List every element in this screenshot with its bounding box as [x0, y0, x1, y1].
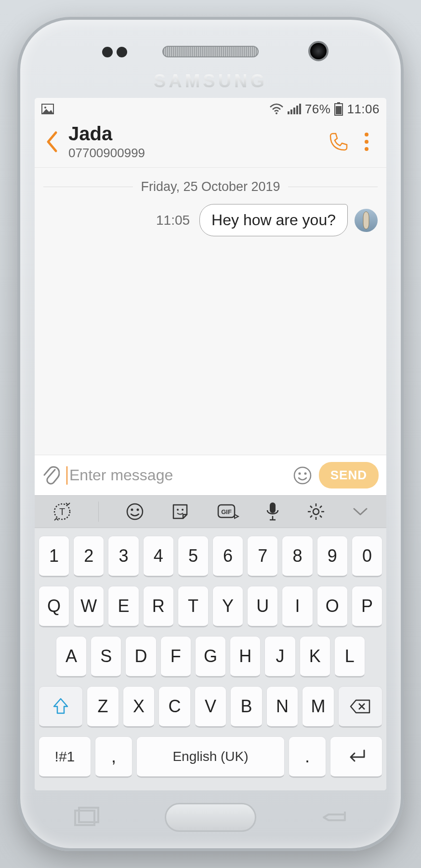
svg-point-11 — [365, 133, 368, 136]
attach-icon[interactable] — [42, 465, 60, 486]
key-h[interactable]: H — [230, 636, 261, 678]
svg-text:T: T — [59, 506, 65, 517]
key-e[interactable]: E — [108, 586, 139, 627]
svg-point-21 — [136, 509, 139, 511]
svg-text:GIF: GIF — [221, 508, 232, 515]
key-f[interactable]: F — [160, 636, 191, 678]
collapse-keyboard-icon[interactable] — [352, 507, 368, 516]
svg-point-19 — [127, 504, 143, 519]
key-space[interactable]: English (UK) — [136, 736, 284, 778]
hw-back-icon[interactable] — [321, 808, 348, 827]
phone-bezel: SAMSUNG 76% 11:06 — [17, 17, 404, 851]
svg-point-16 — [304, 472, 306, 475]
key-4[interactable]: 4 — [143, 536, 174, 577]
svg-point-13 — [365, 147, 368, 151]
svg-rect-5 — [293, 108, 295, 114]
front-camera — [308, 41, 329, 61]
emoji-icon[interactable] — [293, 466, 312, 485]
key-shift[interactable] — [39, 686, 83, 728]
key-8[interactable]: 8 — [282, 536, 313, 577]
keyboard: 1234567890 QWERTYUIOP ASDFGHJKL ZXCVBNM … — [35, 528, 386, 790]
key-comma[interactable]: , — [95, 736, 132, 778]
key-i[interactable]: I — [282, 586, 313, 627]
key-3[interactable]: 3 — [108, 536, 139, 577]
svg-point-14 — [294, 467, 311, 484]
key-j[interactable]: J — [264, 636, 295, 678]
key-1[interactable]: 1 — [39, 536, 69, 577]
key-z[interactable]: Z — [87, 686, 118, 728]
svg-rect-9 — [336, 106, 342, 114]
sticker-tool-icon[interactable] — [171, 502, 190, 521]
key-9[interactable]: 9 — [317, 536, 348, 577]
key-g[interactable]: G — [195, 636, 226, 678]
key-symbols[interactable]: !#1 — [39, 736, 91, 778]
speaker-grille — [162, 46, 259, 57]
message-bubble[interactable]: Hey how are you? — [199, 204, 348, 236]
svg-line-35 — [320, 515, 322, 517]
key-p[interactable]: P — [352, 586, 382, 627]
picture-icon — [41, 104, 54, 114]
signal-icon — [288, 104, 301, 114]
key-s[interactable]: S — [91, 636, 121, 678]
key-7[interactable]: 7 — [247, 536, 278, 577]
key-y[interactable]: Y — [212, 586, 243, 627]
svg-rect-7 — [299, 104, 301, 114]
key-m[interactable]: M — [302, 686, 334, 728]
gif-tool-icon[interactable]: GIF — [216, 502, 239, 521]
hw-home-button[interactable] — [165, 803, 256, 832]
key-d[interactable]: D — [125, 636, 156, 678]
svg-rect-4 — [290, 109, 292, 114]
key-l[interactable]: L — [334, 636, 365, 678]
message-row[interactable]: 11:05 Hey how are you? — [43, 204, 378, 236]
chat-header: Jada 07700900999 — [35, 120, 386, 168]
key-a[interactable]: A — [56, 636, 87, 678]
avatar[interactable] — [355, 209, 378, 232]
more-icon[interactable] — [356, 132, 377, 152]
key-v[interactable]: V — [195, 686, 226, 728]
contact-block[interactable]: Jada 07700900999 — [66, 123, 321, 161]
keyboard-toolbar: T GIF — [35, 495, 386, 528]
date-label: Friday, 25 October 2019 — [141, 179, 280, 194]
key-u[interactable]: U — [247, 586, 278, 627]
key-q[interactable]: Q — [39, 586, 69, 627]
call-icon[interactable] — [321, 132, 356, 152]
key-x[interactable]: X — [123, 686, 155, 728]
back-icon[interactable] — [38, 131, 66, 153]
svg-line-34 — [310, 506, 312, 508]
key-c[interactable]: C — [158, 686, 190, 728]
key-o[interactable]: O — [317, 586, 348, 627]
key-5[interactable]: 5 — [178, 536, 209, 577]
message-thread[interactable]: Friday, 25 October 2019 11:05 Hey how ar… — [35, 168, 386, 455]
key-t[interactable]: T — [178, 586, 209, 627]
key-6[interactable]: 6 — [212, 536, 243, 577]
key-n[interactable]: N — [266, 686, 298, 728]
emoji-tool-icon[interactable] — [125, 502, 145, 521]
settings-tool-icon[interactable] — [306, 502, 326, 521]
key-b[interactable]: B — [230, 686, 262, 728]
sensor-dot — [102, 47, 113, 57]
svg-point-2 — [276, 112, 277, 114]
hw-recent-icon[interactable] — [73, 807, 100, 828]
screen: 76% 11:06 Jada 07700900999 — [35, 98, 386, 790]
key-0[interactable]: 0 — [352, 536, 382, 577]
message-input[interactable] — [69, 466, 286, 484]
send-button[interactable]: SEND — [319, 462, 379, 488]
svg-rect-10 — [337, 102, 340, 104]
message-time: 11:05 — [156, 213, 190, 228]
sensor-dot — [117, 47, 127, 57]
toolbar-separator — [98, 502, 99, 522]
key-r[interactable]: R — [143, 586, 174, 627]
key-period[interactable]: . — [289, 736, 326, 778]
key-k[interactable]: K — [300, 636, 330, 678]
mic-tool-icon[interactable] — [265, 502, 280, 522]
key-enter[interactable] — [330, 736, 382, 778]
key-backspace[interactable] — [338, 686, 382, 728]
battery-icon — [334, 102, 343, 116]
text-tool-icon[interactable]: T — [53, 502, 72, 521]
svg-rect-3 — [288, 111, 289, 114]
key-2[interactable]: 2 — [73, 536, 104, 577]
svg-point-12 — [365, 140, 368, 144]
key-w[interactable]: W — [73, 586, 104, 627]
svg-rect-26 — [270, 502, 276, 513]
date-separator: Friday, 25 October 2019 — [43, 179, 378, 194]
